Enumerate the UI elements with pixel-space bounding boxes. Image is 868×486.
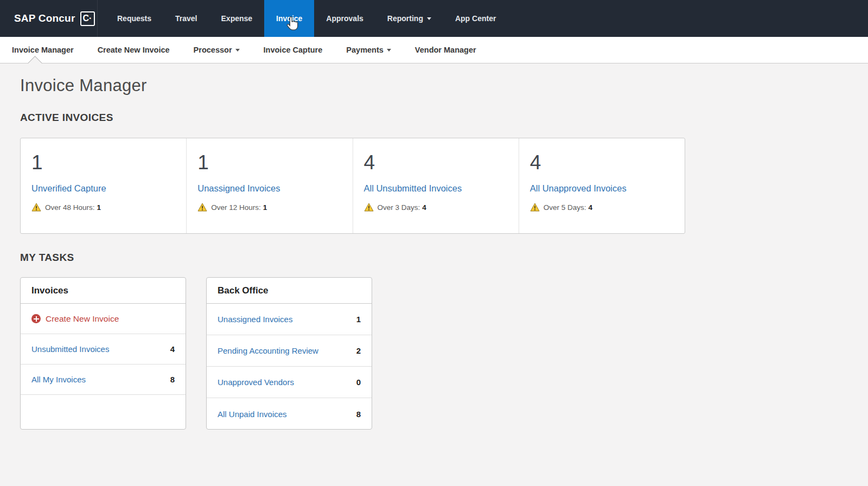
back-office-panel-title: Back Office [207, 278, 372, 304]
warning-count: 4 [589, 203, 593, 212]
warning-count: 4 [422, 203, 426, 212]
warning-count: 1 [263, 203, 267, 212]
chevron-down-icon [387, 49, 391, 52]
card-count: 4 [364, 152, 509, 172]
my-tasks-panels: Invoices Create New Invoice Unsubmitted … [20, 277, 848, 430]
card-all-unapproved-invoices: 4 All Unapproved Invoices Over 5 Days: 4 [519, 138, 685, 233]
warning-triangle-icon [31, 203, 41, 212]
unapproved-vendors-count: 0 [356, 378, 361, 387]
top-nav-travel[interactable]: Travel [163, 0, 209, 37]
warning-triangle-icon [197, 203, 207, 212]
warning-label: Over 5 Days: [544, 203, 586, 212]
create-new-invoice-row[interactable]: Create New Invoice [21, 304, 186, 334]
page-title: Invoice Manager [20, 76, 848, 95]
top-nav-approvals[interactable]: Approvals [314, 0, 375, 37]
active-invoices-heading: ACTIVE INVOICES [20, 112, 848, 124]
chevron-down-icon [427, 17, 431, 20]
unsubmitted-invoices-link[interactable]: Unsubmitted Invoices [31, 344, 109, 354]
plus-circle-icon [31, 314, 41, 323]
all-my-invoices-row[interactable]: All My Invoices 8 [21, 364, 186, 395]
top-nav-reporting[interactable]: Reporting [375, 0, 443, 37]
pending-accounting-review-link[interactable]: Pending Accounting Review [218, 346, 318, 355]
unassigned-invoices-link[interactable]: Unassigned Invoices [197, 183, 280, 194]
active-invoices-panel: 1 Unverified Capture Over 48 Hours: 1 1 … [20, 138, 685, 234]
top-nav-requests[interactable]: Requests [105, 0, 163, 37]
top-nav-invoice-label: Invoice [276, 14, 302, 23]
sub-nav-invoice-capture[interactable]: Invoice Capture [264, 46, 323, 54]
create-new-invoice-action: Create New Invoice [31, 314, 119, 324]
active-tab-notch [28, 56, 42, 71]
card-warning: Over 48 Hours: 1 [31, 203, 176, 212]
unverified-capture-link[interactable]: Unverified Capture [31, 183, 106, 194]
unassigned-invoices-link[interactable]: Unassigned Invoices [218, 315, 292, 324]
all-unpaid-invoices-link[interactable]: All Unpaid Invoices [218, 410, 287, 419]
brand-logo: SAP Concur C· [0, 0, 98, 37]
create-new-invoice-label: Create New Invoice [46, 314, 119, 324]
pending-accounting-review-row[interactable]: Pending Accounting Review 2 [207, 335, 372, 367]
back-office-task-panel: Back Office Unassigned Invoices 1 Pendin… [206, 277, 372, 430]
invoice-sub-nav: Invoice Manager Create New Invoice Proce… [0, 37, 868, 63]
unapproved-vendors-link[interactable]: Unapproved Vendors [218, 378, 294, 387]
card-warning: Over 5 Days: 4 [530, 203, 675, 212]
all-my-invoices-link[interactable]: All My Invoices [31, 375, 86, 384]
card-unassigned-invoices: 1 Unassigned Invoices Over 12 Hours: 1 [186, 138, 352, 233]
sub-nav-payments-label: Payments [346, 46, 384, 54]
top-nav-reporting-label: Reporting [387, 14, 423, 23]
pending-accounting-review-count: 2 [356, 346, 361, 355]
unsubmitted-invoices-count: 4 [170, 344, 175, 354]
sub-nav-invoice-manager[interactable]: Invoice Manager [12, 46, 74, 54]
card-warning: Over 3 Days: 4 [364, 203, 509, 212]
card-all-unsubmitted-invoices: 4 All Unsubmitted Invoices Over 3 Days: … [353, 138, 519, 233]
sub-nav-processor[interactable]: Processor [194, 46, 240, 54]
my-tasks-heading: MY TASKS [20, 252, 848, 264]
sub-nav-payments[interactable]: Payments [346, 46, 391, 54]
warning-count: 1 [97, 203, 101, 212]
sub-nav-create-new-invoice[interactable]: Create New Invoice [98, 46, 170, 54]
top-nav-bar: SAP Concur C· Requests Travel Expense In… [0, 0, 868, 37]
card-count: 1 [31, 152, 176, 172]
warning-label: Over 48 Hours: [45, 203, 95, 212]
invoices-panel-title: Invoices [21, 278, 186, 304]
empty-row [21, 395, 186, 429]
main-content: Invoice Manager ACTIVE INVOICES 1 Unveri… [0, 76, 868, 430]
sub-nav-vendor-manager[interactable]: Vendor Manager [415, 46, 476, 54]
warning-triangle-icon [530, 203, 540, 212]
unsubmitted-invoices-row[interactable]: Unsubmitted Invoices 4 [21, 334, 186, 364]
invoices-task-panel: Invoices Create New Invoice Unsubmitted … [20, 277, 186, 430]
all-unpaid-invoices-count: 8 [356, 410, 361, 419]
all-my-invoices-count: 8 [170, 375, 175, 384]
top-nav-invoice[interactable]: Invoice [264, 0, 314, 37]
sub-nav-processor-label: Processor [194, 46, 232, 54]
concur-c-icon: C· [80, 11, 95, 26]
card-count: 4 [530, 152, 675, 172]
top-nav-items: Requests Travel Expense Invoice Approval… [105, 0, 508, 37]
warning-label: Over 12 Hours: [211, 203, 261, 212]
top-nav-expense[interactable]: Expense [209, 0, 265, 37]
all-unsubmitted-invoices-link[interactable]: All Unsubmitted Invoices [364, 183, 462, 194]
card-count: 1 [197, 152, 342, 172]
unapproved-vendors-row[interactable]: Unapproved Vendors 0 [207, 367, 372, 398]
unassigned-invoices-count: 1 [356, 315, 361, 324]
chevron-down-icon [235, 49, 240, 52]
card-unverified-capture: 1 Unverified Capture Over 48 Hours: 1 [21, 138, 186, 233]
brand-name: SAP Concur [14, 12, 75, 24]
all-unapproved-invoices-link[interactable]: All Unapproved Invoices [530, 183, 627, 194]
warning-triangle-icon [364, 203, 374, 212]
warning-label: Over 3 Days: [378, 203, 420, 212]
card-warning: Over 12 Hours: 1 [197, 203, 342, 212]
unassigned-invoices-row[interactable]: Unassigned Invoices 1 [207, 304, 372, 335]
all-unpaid-invoices-row[interactable]: All Unpaid Invoices 8 [207, 398, 372, 430]
top-nav-app-center[interactable]: App Center [443, 0, 508, 37]
